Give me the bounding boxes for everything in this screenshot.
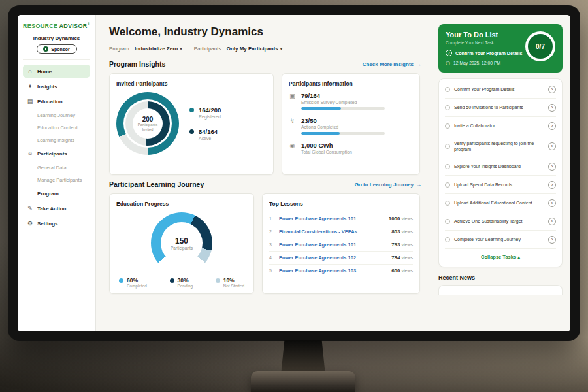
task-row[interactable]: Confirm Your Program Details › <box>445 80 556 99</box>
sidebar-item[interactable]: ⌂ Home <box>23 65 90 78</box>
task-checkbox[interactable] <box>445 182 450 188</box>
sidebar-item-label: Program <box>37 191 59 197</box>
sponsor-badge[interactable]: Sponsor <box>37 44 77 54</box>
chevron-right-icon[interactable]: › <box>548 122 556 130</box>
sidebar-item[interactable]: ✎ Take Action <box>23 202 90 215</box>
check-more-insights-link[interactable]: Check More Insights → <box>363 61 421 67</box>
progress-fill <box>301 132 340 135</box>
legend-dot <box>216 278 220 283</box>
task-label: Achieve One Sustainability Target <box>454 218 544 224</box>
task-row[interactable]: Invite a Collaborator › <box>445 117 556 135</box>
lesson-views: 734views <box>391 255 413 261</box>
chevron-right-icon[interactable]: › <box>548 86 556 93</box>
lesson-row: 1 Power Purchase Agreements 101 1000view… <box>269 212 413 225</box>
filter-bar: Program: Industrialize Zero ▾ Participan… <box>109 46 421 52</box>
lesson-row: 3 Power Purchase Agreements 101 793views <box>269 238 413 252</box>
chevron-right-icon[interactable]: › <box>548 181 556 189</box>
task-list-card: Confirm Your Program Details › Send 50 I… <box>438 78 563 267</box>
sidebar-item[interactable]: ▤ Education <box>23 95 90 108</box>
chevron-right-icon[interactable]: › <box>548 142 556 150</box>
task-row[interactable]: Achieve One Sustainability Target › <box>445 212 556 231</box>
task-checkbox[interactable] <box>445 201 450 206</box>
program-select[interactable]: Industrialize Zero ▾ <box>135 46 182 52</box>
chevron-right-icon[interactable]: › <box>548 236 556 244</box>
card-title: Top Lessons <box>269 201 413 207</box>
stat-value: 79/164 <box>301 92 385 99</box>
task-label: Confirm Your Program Details <box>454 86 544 92</box>
task-checkbox[interactable] <box>445 144 450 149</box>
chevron-down-icon: ▾ <box>280 46 283 52</box>
chevron-up-icon: ▴ <box>517 254 520 260</box>
lesson-link[interactable]: Power Purchase Agreements 102 <box>279 255 387 261</box>
recent-news-card <box>438 285 563 295</box>
stat-icon: ◉ <box>289 142 296 157</box>
stat-label: Total Global Consumption <box>301 150 352 154</box>
task-checkbox[interactable] <box>445 237 450 242</box>
education-progress-card: Education Progress 150 Participants <box>109 193 254 294</box>
learning-cards-row: Education Progress 150 Participants <box>109 193 421 294</box>
task-label: Upload Additional Educational Content <box>454 200 544 206</box>
sidebar-item-label: Insights <box>37 84 57 90</box>
check-circle-icon: ✓ <box>446 50 452 56</box>
main-content: Welcome, Industry Dynamics Program: Indu… <box>96 15 431 331</box>
task-checkbox[interactable] <box>445 105 450 110</box>
legend-item: 10% Not Started <box>216 277 244 288</box>
app-logo: RESOURCEADVISOR+ <box>23 22 90 29</box>
todo-summary-card: Your To Do List Complete Your Next Task:… <box>438 24 563 73</box>
go-to-learning-journey-link[interactable]: Go to Learning Journey → <box>355 182 421 188</box>
sidebar-item[interactable]: Manage Participants <box>23 174 90 185</box>
sidebar-item[interactable]: General Data <box>23 162 90 172</box>
chevron-right-icon[interactable]: › <box>548 163 556 171</box>
donut-center-label: Participants Invited <box>134 123 161 131</box>
lesson-link[interactable]: Power Purchase Agreements 103 <box>279 268 387 274</box>
sidebar-item[interactable]: ✦ Insights <box>23 80 90 93</box>
lesson-link[interactable]: Power Purchase Agreements 101 <box>279 216 385 221</box>
task-row[interactable]: Explore Your Insights Dashboard › <box>445 157 556 176</box>
task-checkbox[interactable] <box>445 87 450 92</box>
monitor-stand-base <box>251 371 355 392</box>
sidebar-item[interactable]: Education Content <box>23 122 90 133</box>
task-row[interactable]: Complete Your Learning Journey › <box>445 231 556 249</box>
legend-dot <box>170 278 174 283</box>
lesson-link[interactable]: Financial Considerations - VPPAs <box>279 229 387 235</box>
collapse-tasks-link[interactable]: Collapse Tasks ▴ <box>445 249 556 263</box>
sidebar-item[interactable]: ⚙ Settings <box>23 217 90 230</box>
task-row[interactable]: Verify participants requesting to join t… <box>445 135 556 157</box>
lesson-views: 803views <box>391 229 413 235</box>
legend-value: 10% <box>223 277 244 284</box>
chevron-right-icon[interactable]: › <box>548 199 556 207</box>
page-title: Welcome, Industry Dynamics <box>109 25 421 39</box>
arrow-right-icon: → <box>416 61 421 67</box>
sidebar-item[interactable]: ☰ Program <box>23 187 90 200</box>
participants-select[interactable]: Only My Participants ▾ <box>227 46 283 52</box>
sponsor-label: Sponsor <box>51 47 69 52</box>
legend-dot <box>189 108 194 112</box>
sidebar-item[interactable]: Learning Journey <box>23 110 90 120</box>
task-row[interactable]: Upload Additional Educational Content › <box>445 194 556 212</box>
sidebar-item-icon: ⚙ <box>27 220 33 227</box>
chevron-right-icon[interactable]: › <box>548 104 556 112</box>
task-row[interactable]: Send 50 Invitations to Participants › <box>445 99 556 117</box>
task-checkbox[interactable] <box>445 219 450 224</box>
sidebar-item[interactable]: ☺ Participants <box>23 147 90 160</box>
logo-advisor: ADVISOR <box>59 23 87 29</box>
legend-label: Active <box>199 136 221 140</box>
task-checkbox[interactable] <box>445 123 450 129</box>
progress-fill <box>301 107 341 110</box>
lesson-views: 1000views <box>389 216 413 221</box>
lesson-row: 4 Power Purchase Agreements 102 734views <box>269 252 413 265</box>
top-lessons-card: Top Lessons 1 Power Purchase Agreements … <box>262 193 420 294</box>
task-row[interactable]: Upload Spend Data Records › <box>445 176 556 194</box>
task-checkbox[interactable] <box>445 164 450 169</box>
sidebar-item-label: Learning Journey <box>37 112 75 118</box>
lesson-link[interactable]: Power Purchase Agreements 101 <box>279 242 387 248</box>
task-list: Confirm Your Program Details › Send 50 I… <box>445 80 556 249</box>
legend-item: 30% Pending <box>170 277 193 288</box>
sidebar-item[interactable]: Learning Insights <box>23 135 90 145</box>
sidebar-item-label: Education Content <box>37 125 78 131</box>
task-label: Invite a Collaborator <box>454 123 544 129</box>
sidebar-nav: ⌂ Home ✦ Insights ▤ Education <box>23 59 90 230</box>
lesson-row: 2 Financial Considerations - VPPAs 803vi… <box>269 225 413 238</box>
desk-background: RESOURCEADVISOR+ Industry Dynamics Spons… <box>0 0 588 392</box>
chevron-right-icon[interactable]: › <box>548 218 556 225</box>
